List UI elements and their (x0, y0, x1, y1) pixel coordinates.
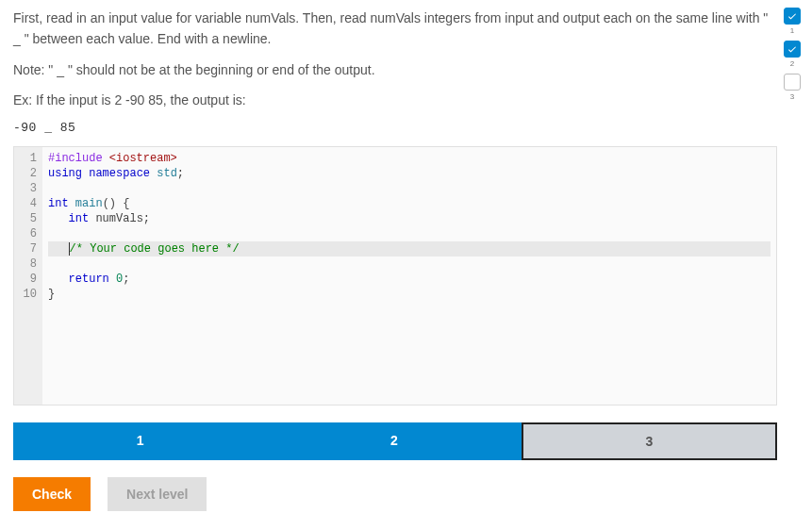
editor-gutter: 12345678910 (14, 147, 42, 405)
code-line[interactable] (48, 256, 771, 272)
code-line[interactable]: int numVals; (48, 211, 771, 226)
example-output: -90 _ 85 (13, 121, 777, 135)
code-line[interactable]: using namespace std; (48, 166, 771, 181)
progress-box-2[interactable] (784, 41, 801, 58)
code-line[interactable]: return 0; (48, 272, 771, 287)
gutter-line-number: 3 (14, 181, 37, 196)
progress-label: 3 (790, 92, 794, 101)
editor-code-area[interactable]: #include <iostream>using namespace std; … (42, 147, 776, 405)
next-level-button: Next level (108, 477, 207, 511)
gutter-line-number: 6 (14, 226, 37, 241)
gutter-line-number: 5 (14, 211, 37, 226)
instruction-paragraph: First, read in an input value for variab… (13, 8, 777, 50)
gutter-line-number: 7 (14, 241, 37, 256)
side-progress: 123 (782, 8, 803, 105)
code-editor[interactable]: 12345678910 #include <iostream>using nam… (13, 146, 777, 405)
gutter-line-number: 1 (14, 151, 37, 166)
check-icon (787, 43, 798, 55)
progress-label: 2 (790, 59, 794, 68)
progress-box-1[interactable] (784, 8, 801, 25)
code-line[interactable] (48, 226, 771, 241)
code-line[interactable]: int main() { (48, 196, 771, 211)
problem-instructions: First, read in an input value for variab… (13, 8, 777, 111)
gutter-line-number: 9 (14, 272, 37, 287)
step-tabs: 123 (13, 422, 777, 460)
instruction-example-intro: Ex: If the input is 2 -90 85, the output… (13, 90, 777, 110)
instruction-note: Note: " _ " should not be at the beginni… (13, 59, 777, 80)
progress-box-3[interactable] (784, 74, 801, 91)
step-tab-2[interactable]: 2 (267, 422, 521, 460)
step-tab-3[interactable]: 3 (522, 422, 777, 460)
check-icon (787, 10, 798, 22)
progress-label: 1 (790, 26, 794, 35)
code-line[interactable]: } (48, 287, 771, 302)
gutter-line-number: 10 (14, 287, 37, 302)
gutter-line-number: 2 (14, 166, 37, 181)
gutter-line-number: 8 (14, 256, 37, 272)
gutter-line-number: 4 (14, 196, 37, 211)
code-line[interactable] (48, 181, 771, 196)
code-line[interactable]: /* Your code goes here */ (48, 241, 771, 256)
step-tab-1[interactable]: 1 (13, 422, 267, 460)
check-button[interactable]: Check (13, 477, 91, 511)
action-buttons-row: Check Next level (13, 477, 777, 511)
code-line[interactable]: #include <iostream> (48, 151, 771, 166)
